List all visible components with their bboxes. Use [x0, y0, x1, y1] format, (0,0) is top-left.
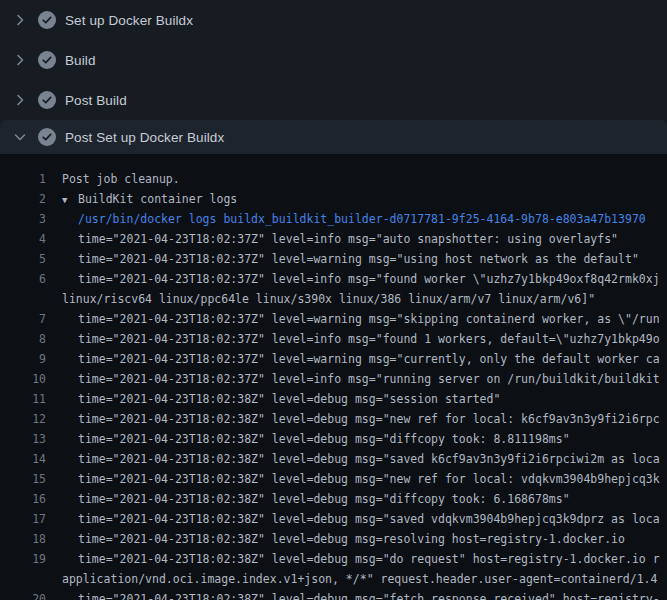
log-line: 12time="2021-04-23T18:02:38Z" level=debu…: [0, 409, 667, 429]
line-number[interactable]: 1: [0, 169, 46, 189]
log-group-label: BuildKit container logs: [78, 192, 237, 206]
line-number: [0, 569, 46, 589]
log-line: 5time="2021-04-23T18:02:37Z" level=warni…: [0, 249, 667, 269]
line-number[interactable]: 8: [0, 329, 46, 349]
log-line: 2▼BuildKit container logs: [0, 189, 667, 209]
line-number[interactable]: 9: [0, 349, 46, 369]
step-label: Post Set up Docker Buildx: [65, 130, 224, 145]
log-text: time="2021-04-23T18:02:38Z" level=debug …: [78, 429, 570, 449]
log-line: 6time="2021-04-23T18:02:37Z" level=info …: [0, 269, 667, 289]
line-number[interactable]: 17: [0, 509, 46, 529]
log-text: time="2021-04-23T18:02:38Z" level=debug …: [78, 529, 625, 549]
log-text: time="2021-04-23T18:02:38Z" level=debug …: [78, 409, 660, 429]
log-line: 8time="2021-04-23T18:02:37Z" level=info …: [0, 329, 667, 349]
check-circle-icon: [38, 11, 56, 29]
step-row-build[interactable]: Build: [0, 40, 667, 80]
log-text: time="2021-04-23T18:02:37Z" level=warnin…: [78, 349, 660, 369]
log-line: 17time="2021-04-23T18:02:38Z" level=debu…: [0, 509, 667, 529]
log-text: application/vnd.oci.image.index.v1+json,…: [62, 569, 657, 589]
log-text: time="2021-04-23T18:02:38Z" level=debug …: [78, 449, 660, 469]
step-row-post-set-up-docker-buildx[interactable]: Post Set up Docker Buildx: [0, 120, 667, 154]
line-number[interactable]: 18: [0, 529, 46, 549]
log-line: 20time="2021-04-23T18:02:38Z" level=debu…: [0, 589, 667, 600]
chevron-right-icon: [12, 12, 28, 28]
log-line: 19time="2021-04-23T18:02:38Z" level=debu…: [0, 549, 667, 569]
log-line-wrap: linux/riscv64 linux/ppc64le linux/s390x …: [0, 289, 667, 309]
line-number[interactable]: 16: [0, 489, 46, 509]
log-text: time="2021-04-23T18:02:37Z" level=info m…: [78, 369, 660, 389]
line-number[interactable]: 5: [0, 249, 46, 269]
line-number[interactable]: 10: [0, 369, 46, 389]
chevron-down-icon: [12, 129, 28, 145]
log-line: 11time="2021-04-23T18:02:38Z" level=debu…: [0, 389, 667, 409]
line-number[interactable]: 2: [0, 189, 46, 209]
log-text: time="2021-04-23T18:02:37Z" level=warnin…: [78, 309, 660, 329]
line-number[interactable]: 12: [0, 409, 46, 429]
log-line: 4time="2021-04-23T18:02:37Z" level=info …: [0, 229, 667, 249]
line-number[interactable]: 15: [0, 469, 46, 489]
log-line: 18time="2021-04-23T18:02:38Z" level=debu…: [0, 529, 667, 549]
check-circle-icon: [38, 128, 56, 146]
step-label: Build: [65, 53, 96, 68]
step-label: Set up Docker Buildx: [65, 13, 193, 28]
check-circle-icon: [38, 51, 56, 69]
step-label: Post Build: [65, 93, 127, 108]
log-line: 14time="2021-04-23T18:02:38Z" level=debu…: [0, 449, 667, 469]
log-text: time="2021-04-23T18:02:38Z" level=debug …: [78, 509, 660, 529]
log-text: Post job cleanup.: [62, 169, 180, 189]
steps-list: Set up Docker BuildxBuildPost BuildPost …: [0, 0, 667, 154]
group-expanded-icon: ▼: [62, 190, 78, 210]
log-text: time="2021-04-23T18:02:38Z" level=debug …: [78, 489, 570, 509]
line-number[interactable]: 7: [0, 309, 46, 329]
log-line: 13time="2021-04-23T18:02:38Z" level=debu…: [0, 429, 667, 449]
log-line: 3/usr/bin/docker logs buildx_buildkit_bu…: [0, 209, 667, 229]
log-text: time="2021-04-23T18:02:37Z" level=info m…: [78, 329, 660, 349]
log-line: 9time="2021-04-23T18:02:37Z" level=warni…: [0, 349, 667, 369]
log-line: 1Post job cleanup.: [0, 169, 667, 189]
line-number[interactable]: 13: [0, 429, 46, 449]
log-text: time="2021-04-23T18:02:37Z" level=warnin…: [78, 249, 639, 269]
log-line: 10time="2021-04-23T18:02:37Z" level=info…: [0, 369, 667, 389]
log-line: 7time="2021-04-23T18:02:37Z" level=warni…: [0, 309, 667, 329]
step-row-set-up-docker-buildx[interactable]: Set up Docker Buildx: [0, 0, 667, 40]
log-line: 16time="2021-04-23T18:02:38Z" level=debu…: [0, 489, 667, 509]
line-number[interactable]: 14: [0, 449, 46, 469]
line-number: [0, 289, 46, 309]
step-row-post-build[interactable]: Post Build: [0, 80, 667, 120]
log-text: time="2021-04-23T18:02:38Z" level=debug …: [78, 589, 660, 600]
log-line: 15time="2021-04-23T18:02:38Z" level=debu…: [0, 469, 667, 489]
line-number[interactable]: 20: [0, 589, 46, 600]
log-command-text: /usr/bin/docker logs buildx_buildkit_bui…: [78, 209, 646, 229]
line-number[interactable]: 11: [0, 389, 46, 409]
log-panel: 1Post job cleanup.2▼BuildKit container l…: [0, 154, 667, 600]
log-text: time="2021-04-23T18:02:37Z" level=info m…: [78, 269, 660, 289]
log-line-wrap: application/vnd.oci.image.index.v1+json,…: [0, 569, 667, 589]
chevron-right-icon: [12, 92, 28, 108]
log-text: time="2021-04-23T18:02:38Z" level=debug …: [78, 389, 500, 409]
log-text: time="2021-04-23T18:02:38Z" level=debug …: [78, 469, 660, 489]
line-number[interactable]: 19: [0, 549, 46, 569]
log-text: linux/riscv64 linux/ppc64le linux/s390x …: [62, 289, 595, 309]
line-number[interactable]: 6: [0, 269, 46, 289]
log-group-toggle[interactable]: ▼BuildKit container logs: [62, 189, 237, 209]
line-number[interactable]: 3: [0, 209, 46, 229]
line-number[interactable]: 4: [0, 229, 46, 249]
check-circle-icon: [38, 91, 56, 109]
log-text: time="2021-04-23T18:02:38Z" level=debug …: [78, 549, 660, 569]
log-text: time="2021-04-23T18:02:37Z" level=info m…: [78, 229, 618, 249]
chevron-right-icon: [12, 52, 28, 68]
